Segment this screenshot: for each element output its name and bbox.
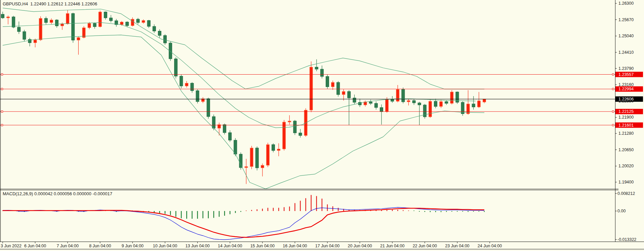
price-badge: 1.22606 bbox=[615, 96, 643, 102]
candle-body bbox=[55, 20, 58, 26]
candle-body bbox=[353, 98, 356, 102]
candle-body bbox=[174, 59, 177, 76]
candle bbox=[174, 57, 177, 78]
chart-title: GBPUSD,H4 1.22490 1.22612 1.22446 1.2260… bbox=[3, 1, 97, 6]
candle-body bbox=[77, 38, 80, 40]
candle-body bbox=[34, 40, 37, 43]
candle-body bbox=[44, 18, 47, 23]
line-handle[interactable] bbox=[1, 74, 3, 75]
candle bbox=[310, 61, 313, 112]
candle-body bbox=[337, 82, 340, 94]
date-tick-label: 22 Jun 04:00 bbox=[413, 244, 437, 248]
candle-body bbox=[358, 102, 361, 105]
candle-body bbox=[255, 148, 258, 168]
candle-body bbox=[88, 23, 91, 28]
price-tick-label: 1.25670 bbox=[618, 17, 634, 22]
candle-body bbox=[283, 122, 286, 149]
macd-tick-label: 0.00 bbox=[617, 209, 626, 213]
candle bbox=[207, 98, 210, 119]
candle-body bbox=[126, 22, 129, 26]
candle-body bbox=[229, 133, 232, 140]
candle-body bbox=[191, 83, 194, 90]
candle-body bbox=[402, 89, 405, 102]
line-handle[interactable] bbox=[612, 88, 614, 90]
price-badge: 1.22125 bbox=[615, 109, 643, 114]
candle-body bbox=[299, 133, 302, 136]
candle bbox=[266, 143, 269, 167]
candle-body bbox=[380, 108, 383, 112]
candle-body bbox=[245, 167, 248, 168]
price-badge-label: 1.23557 bbox=[618, 72, 634, 77]
symbol-timeframe-label: GBPUSD,H4 bbox=[3, 1, 28, 6]
line-handle[interactable] bbox=[612, 111, 614, 112]
candle bbox=[456, 91, 459, 104]
price-tick-label: 1.21900 bbox=[618, 115, 634, 120]
candle-body bbox=[39, 18, 42, 40]
candle-body bbox=[293, 121, 296, 133]
date-tick-label: 23 Jun 04:00 bbox=[445, 244, 469, 248]
line-handle[interactable] bbox=[1, 111, 3, 112]
candle-body bbox=[164, 36, 167, 43]
candle bbox=[304, 108, 307, 137]
candle-body bbox=[180, 76, 183, 86]
chart-window: 1.263001.256701.250401.244101.237901.231… bbox=[0, 0, 644, 251]
candle-body bbox=[450, 92, 453, 103]
date-tick-label: 3 Jun 2022 bbox=[1, 244, 22, 248]
macd-indicator-label: MACD(12,26,9) 0.000042 0.000056 0.000000… bbox=[3, 191, 112, 196]
candle-body bbox=[326, 76, 329, 87]
candle-body bbox=[277, 149, 280, 151]
candle-body bbox=[320, 69, 323, 77]
candle-body bbox=[331, 82, 334, 87]
candle-body bbox=[418, 103, 421, 105]
candle-body bbox=[445, 101, 448, 103]
candle-body bbox=[391, 99, 394, 101]
candle-body bbox=[315, 67, 318, 69]
candle-body bbox=[386, 99, 389, 112]
candle bbox=[326, 75, 329, 89]
chart-background bbox=[0, 0, 644, 251]
candle-body bbox=[396, 89, 399, 101]
price-badge-label: 1.22994 bbox=[618, 87, 634, 91]
candle-body bbox=[142, 20, 145, 23]
candle-body bbox=[147, 20, 150, 27]
price-badge: 1.22994 bbox=[615, 86, 643, 92]
candle-body bbox=[440, 101, 443, 107]
candle-body bbox=[93, 23, 96, 27]
candle-body bbox=[374, 103, 377, 108]
candle bbox=[72, 13, 75, 43]
candle-body bbox=[429, 101, 432, 117]
line-handle[interactable] bbox=[1, 124, 3, 126]
price-tick-label: 1.24410 bbox=[618, 50, 634, 55]
candle-body bbox=[50, 20, 53, 23]
price-badge: 1.21601 bbox=[615, 122, 643, 128]
line-handle[interactable] bbox=[612, 124, 614, 126]
candle-body bbox=[239, 154, 242, 168]
candle-body bbox=[1, 14, 4, 18]
candle-body bbox=[477, 101, 480, 107]
date-tick-label: 15 Jun 04:00 bbox=[250, 244, 275, 248]
candle bbox=[402, 88, 405, 103]
line-handle[interactable] bbox=[612, 74, 614, 75]
macd-tick-label: 0.008212 bbox=[617, 191, 635, 196]
candle-body bbox=[266, 144, 269, 165]
candle-body bbox=[207, 99, 210, 117]
price-tick-label: 1.20020 bbox=[618, 164, 634, 168]
price-tick-label: 1.23790 bbox=[618, 66, 634, 71]
ohlc-values-label: 1.22490 1.22612 1.22446 1.22606 bbox=[28, 1, 97, 6]
candle-body bbox=[234, 140, 237, 154]
date-tick-label: 10 Jun 04:00 bbox=[153, 244, 177, 248]
candle-body bbox=[120, 22, 123, 25]
line-handle[interactable] bbox=[1, 88, 3, 90]
candle-body bbox=[61, 24, 64, 26]
price-chart-canvas[interactable]: 1.263001.256701.250401.244101.237901.231… bbox=[0, 0, 644, 251]
candle bbox=[98, 11, 102, 28]
date-tick-label: 21 Jun 04:00 bbox=[380, 244, 404, 248]
candle-body bbox=[98, 12, 102, 27]
candle-body bbox=[434, 101, 437, 106]
candle-body bbox=[196, 91, 199, 101]
date-tick-label: 24 Jun 04:00 bbox=[478, 244, 502, 248]
macd-tick-label: -0.013322 bbox=[617, 237, 636, 242]
date-tick-label: 20 Jun 04:00 bbox=[348, 244, 372, 248]
candle-body bbox=[153, 27, 156, 31]
date-tick-label: 17 Jun 04:00 bbox=[315, 244, 339, 248]
